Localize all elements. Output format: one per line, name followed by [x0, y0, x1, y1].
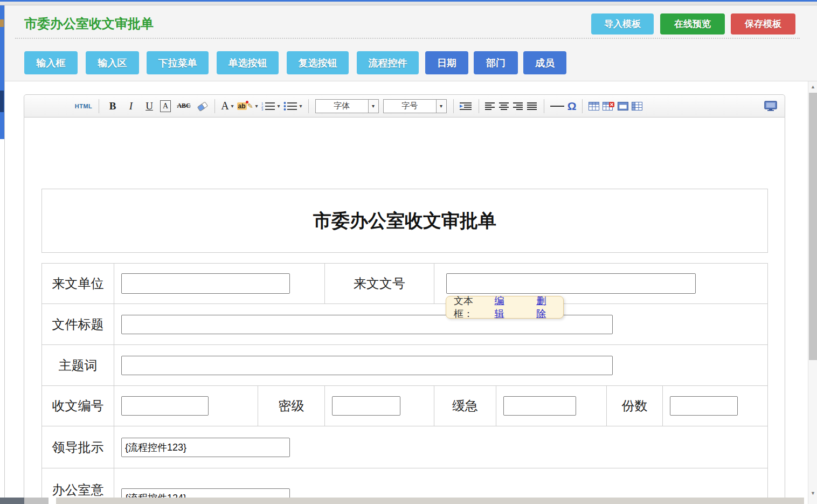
svg-text:3: 3: [261, 108, 264, 111]
table-row: 文件标题: [42, 304, 768, 345]
online-preview-button[interactable]: 在线预览: [660, 13, 725, 34]
toolbar-separator: [544, 99, 544, 113]
toolbar-separator: [479, 99, 479, 113]
leader-instruction-input[interactable]: [121, 438, 290, 457]
bottom-window-edge-dark: [0, 498, 24, 504]
editor-toolbar: HTML B I U A ABC A ▾ ab ✎ ▾: [24, 94, 785, 118]
palette-dropdown-button[interactable]: 下拉菜单: [147, 51, 209, 74]
subject-words-input[interactable]: [121, 356, 613, 375]
incoming-doc-no-input[interactable]: [446, 273, 696, 294]
vertical-scrollbar[interactable]: ▲ ▼: [808, 81, 817, 504]
align-left-button[interactable]: [485, 98, 496, 114]
background-window-left-accent2: [0, 91, 4, 112]
highlight-color-button[interactable]: ab ✎ ▾: [237, 98, 258, 114]
palette-radio-button[interactable]: 单选按钮: [217, 51, 279, 74]
scroll-down-arrow-icon[interactable]: ▼: [808, 489, 817, 498]
scroll-up-arrow-icon[interactable]: ▲: [808, 82, 817, 91]
highlight-icon: ab: [237, 102, 247, 110]
text-color-button[interactable]: A ▾: [221, 98, 233, 114]
palette-checkbox-button[interactable]: 复选按钮: [287, 51, 349, 74]
bottom-window-edge-light: [56, 498, 804, 504]
toolbar-separator: [308, 99, 309, 113]
align-right-button[interactable]: [513, 98, 524, 114]
tooltip-label: 文本框：: [454, 294, 493, 320]
template-designer-page: 市委办公室收文审批单 导入模板 在线预览 保存模板 输入框 输入区 下拉菜单 单…: [0, 0, 817, 504]
palette-flow-control-button[interactable]: 流程控件: [357, 51, 419, 74]
horizontal-rule-button[interactable]: [550, 98, 564, 114]
bottom-window-edge-notch: [49, 498, 56, 504]
save-template-button[interactable]: 保存模板: [731, 13, 795, 34]
table-icon: [588, 102, 599, 111]
monitor-icon: [764, 101, 777, 111]
palette-input-area-button[interactable]: 输入区: [86, 51, 139, 74]
table-properties-icon: [618, 102, 628, 111]
label-receipt-no: 收文编号: [42, 386, 114, 426]
char-border-button[interactable]: A: [160, 98, 171, 114]
align-center-icon: [499, 102, 510, 111]
security-level-input[interactable]: [332, 396, 400, 416]
font-family-select[interactable]: 字体 ▾: [315, 99, 379, 113]
table-row: 收文编号 密级 缓急 份数: [42, 386, 768, 426]
unordered-list-icon: [283, 101, 297, 111]
background-window-band: [0, 2, 817, 5]
align-justify-icon: [527, 102, 538, 111]
text-color-icon: A: [221, 100, 229, 112]
label-incoming-unit: 来文单位: [42, 264, 114, 304]
align-justify-button[interactable]: [527, 98, 538, 114]
field-action-tooltip: 文本框： 编辑 删除: [446, 296, 564, 319]
label-incoming-doc-no: 来文文号: [325, 264, 434, 304]
incoming-unit-input[interactable]: [121, 273, 290, 294]
font-family-value: 字体: [316, 101, 368, 111]
document-title-block: 市委办公室收文审批单: [41, 189, 768, 253]
fullscreen-button[interactable]: [764, 98, 777, 114]
font-size-value: 字号: [384, 101, 436, 111]
horizontal-rule-icon: [550, 106, 564, 107]
label-urgency: 缓急: [434, 386, 496, 426]
table-row: 领导批示: [42, 426, 768, 468]
import-template-button[interactable]: 导入模板: [591, 13, 654, 34]
delete-table-icon: [603, 102, 614, 111]
char-border-icon: A: [160, 100, 171, 112]
ordered-list-button[interactable]: 1 2 3 ▾: [261, 98, 280, 114]
unordered-list-button[interactable]: ▾: [283, 98, 302, 114]
align-center-button[interactable]: [499, 98, 510, 114]
table-properties-button[interactable]: [618, 98, 628, 114]
palette-date-button[interactable]: 日期: [425, 51, 468, 74]
source-code-button[interactable]: HTML: [74, 98, 93, 114]
palette-input-box-button[interactable]: 输入框: [24, 51, 78, 74]
delete-field-link[interactable]: 删除: [536, 294, 556, 320]
chevron-down-icon: ▾: [368, 100, 378, 113]
special-char-button[interactable]: Ω: [567, 98, 577, 114]
toolbar-separator: [453, 99, 454, 113]
header-dotted-divider: [15, 38, 800, 39]
editor-canvas[interactable]: 市委办公室收文审批单 来文单位 来文文号 文件标题 主题词 收文: [24, 118, 785, 504]
label-leader-instruction: 领导批示: [42, 426, 114, 468]
palette-department-button[interactable]: 部门: [474, 51, 518, 74]
cell-properties-button[interactable]: [632, 98, 642, 114]
background-window-left-accent: [0, 19, 4, 27]
indent-icon: [460, 102, 473, 111]
copies-input[interactable]: [670, 396, 738, 416]
underline-button[interactable]: U: [142, 98, 157, 114]
scrollbar-thumb[interactable]: [809, 93, 817, 360]
receipt-no-input[interactable]: [121, 396, 209, 416]
chevron-down-icon: ▾: [231, 103, 234, 109]
align-left-icon: [485, 102, 496, 111]
delete-table-button[interactable]: [603, 98, 614, 114]
urgency-input[interactable]: [503, 396, 576, 416]
palette-member-button[interactable]: 成员: [523, 51, 566, 74]
document-title: 市委办公室收文审批单: [313, 209, 496, 233]
indent-button[interactable]: [460, 98, 473, 114]
cell-properties-icon: [632, 102, 642, 111]
bold-button[interactable]: B: [105, 98, 120, 114]
approval-form-table: 来文单位 来文文号 文件标题 主题词 收文编号 密级 缓急 份数: [41, 263, 768, 504]
ordered-list-icon: 1 2 3: [261, 101, 275, 111]
edit-field-link[interactable]: 编辑: [495, 294, 514, 320]
insert-table-button[interactable]: [588, 98, 599, 114]
font-size-select[interactable]: 字号 ▾: [383, 99, 447, 113]
toolbar-separator: [582, 99, 583, 113]
remove-format-button[interactable]: [197, 98, 209, 114]
label-doc-title: 文件标题: [42, 304, 114, 345]
italic-button[interactable]: I: [123, 98, 139, 114]
strikethrough-button[interactable]: ABC: [174, 98, 193, 114]
